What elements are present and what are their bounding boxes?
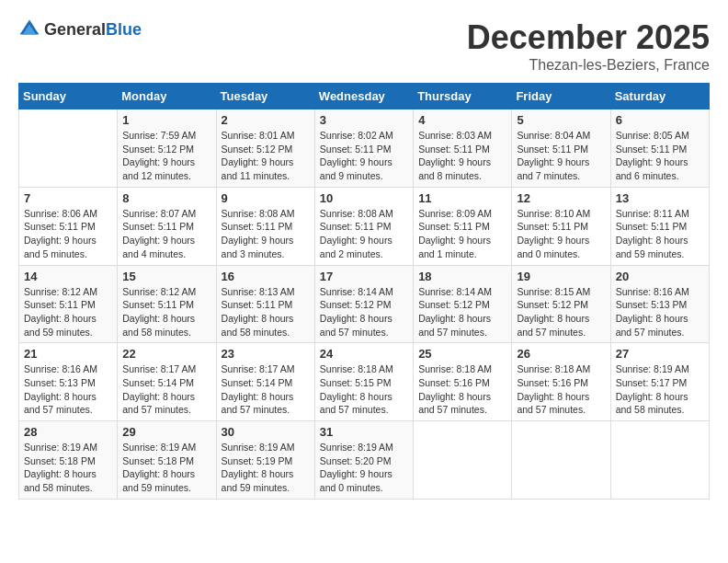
- calendar-cell: [19, 109, 118, 188]
- day-number: 3: [320, 113, 408, 127]
- logo: GeneralBlue: [18, 18, 142, 40]
- day-number: 6: [616, 113, 704, 127]
- day-number: 14: [24, 270, 112, 283]
- weekday-header-monday: Monday: [118, 84, 216, 109]
- day-info: Sunrise: 8:10 AM Sunset: 5:11 PM Dayligh…: [517, 207, 605, 261]
- day-info: Sunrise: 8:15 AM Sunset: 5:12 PM Dayligh…: [517, 285, 605, 339]
- calendar-cell: 28Sunrise: 8:19 AM Sunset: 5:18 PM Dayli…: [19, 421, 118, 500]
- calendar-cell: 23Sunrise: 8:17 AM Sunset: 5:14 PM Dayli…: [216, 343, 314, 421]
- calendar-cell: 10Sunrise: 8:08 AM Sunset: 5:11 PM Dayli…: [314, 187, 413, 265]
- logo-icon: [18, 18, 40, 40]
- calendar-cell: 18Sunrise: 8:14 AM Sunset: 5:12 PM Dayli…: [414, 265, 512, 343]
- day-number: 2: [222, 113, 310, 127]
- weekday-header-saturday: Saturday: [610, 84, 709, 109]
- day-info: Sunrise: 7:59 AM Sunset: 5:12 PM Dayligh…: [122, 129, 210, 183]
- week-row-0: 1Sunrise: 7:59 AM Sunset: 5:12 PM Daylig…: [19, 109, 710, 188]
- day-info: Sunrise: 8:19 AM Sunset: 5:18 PM Dayligh…: [122, 441, 210, 495]
- day-number: 19: [517, 270, 605, 283]
- calendar-cell: 2Sunrise: 8:01 AM Sunset: 5:12 PM Daylig…: [216, 109, 314, 188]
- title-area: December 2025 Thezan-les-Beziers, France: [467, 18, 710, 74]
- calendar-cell: 17Sunrise: 8:14 AM Sunset: 5:12 PM Dayli…: [314, 265, 413, 343]
- week-row-1: 7Sunrise: 8:06 AM Sunset: 5:11 PM Daylig…: [19, 187, 710, 265]
- calendar-cell: 14Sunrise: 8:12 AM Sunset: 5:11 PM Dayli…: [19, 265, 118, 343]
- day-number: 31: [320, 425, 408, 439]
- day-info: Sunrise: 8:07 AM Sunset: 5:11 PM Dayligh…: [122, 207, 210, 261]
- day-number: 23: [222, 347, 310, 361]
- day-info: Sunrise: 8:04 AM Sunset: 5:11 PM Dayligh…: [517, 129, 605, 183]
- calendar-cell: 4Sunrise: 8:03 AM Sunset: 5:11 PM Daylig…: [414, 109, 512, 188]
- day-info: Sunrise: 8:11 AM Sunset: 5:11 PM Dayligh…: [616, 207, 704, 261]
- day-number: 27: [616, 347, 704, 361]
- day-info: Sunrise: 8:12 AM Sunset: 5:11 PM Dayligh…: [122, 285, 210, 339]
- logo-text-blue: Blue: [106, 20, 142, 39]
- day-info: Sunrise: 8:19 AM Sunset: 5:17 PM Dayligh…: [616, 362, 704, 417]
- weekday-header-tuesday: Tuesday: [216, 84, 314, 109]
- calendar-cell: [610, 421, 709, 500]
- day-number: 12: [517, 191, 605, 205]
- weekday-header-friday: Friday: [512, 84, 610, 109]
- logo-text-general: General: [44, 20, 106, 39]
- day-info: Sunrise: 8:18 AM Sunset: 5:16 PM Dayligh…: [418, 362, 506, 417]
- day-info: Sunrise: 8:08 AM Sunset: 5:11 PM Dayligh…: [320, 207, 408, 261]
- day-number: 8: [122, 191, 210, 205]
- day-number: 20: [616, 270, 704, 283]
- calendar-table: SundayMondayTuesdayWednesdayThursdayFrid…: [18, 83, 710, 500]
- day-number: 5: [517, 113, 605, 127]
- day-number: 10: [320, 191, 408, 205]
- day-info: Sunrise: 8:05 AM Sunset: 5:11 PM Dayligh…: [616, 129, 704, 183]
- calendar-cell: 30Sunrise: 8:19 AM Sunset: 5:19 PM Dayli…: [216, 421, 314, 500]
- header: GeneralBlue December 2025 Thezan-les-Bez…: [18, 18, 710, 74]
- day-info: Sunrise: 8:19 AM Sunset: 5:19 PM Dayligh…: [222, 441, 310, 495]
- day-number: 1: [122, 113, 210, 127]
- calendar-cell: 7Sunrise: 8:06 AM Sunset: 5:11 PM Daylig…: [19, 187, 118, 265]
- day-info: Sunrise: 8:14 AM Sunset: 5:12 PM Dayligh…: [418, 285, 506, 339]
- calendar-cell: 6Sunrise: 8:05 AM Sunset: 5:11 PM Daylig…: [610, 109, 709, 188]
- day-info: Sunrise: 8:03 AM Sunset: 5:11 PM Dayligh…: [418, 129, 506, 183]
- calendar-cell: 5Sunrise: 8:04 AM Sunset: 5:11 PM Daylig…: [512, 109, 610, 188]
- calendar-cell: 31Sunrise: 8:19 AM Sunset: 5:20 PM Dayli…: [314, 421, 413, 500]
- day-number: 15: [122, 270, 210, 283]
- day-number: 17: [320, 270, 408, 283]
- weekday-header-row: SundayMondayTuesdayWednesdayThursdayFrid…: [19, 84, 710, 109]
- day-info: Sunrise: 8:16 AM Sunset: 5:13 PM Dayligh…: [616, 285, 704, 339]
- day-info: Sunrise: 8:13 AM Sunset: 5:11 PM Dayligh…: [222, 285, 310, 339]
- day-number: 11: [418, 191, 506, 205]
- weekday-header-sunday: Sunday: [19, 84, 118, 109]
- day-number: 18: [418, 270, 506, 283]
- day-number: 13: [616, 191, 704, 205]
- calendar-cell: 20Sunrise: 8:16 AM Sunset: 5:13 PM Dayli…: [610, 265, 709, 343]
- day-info: Sunrise: 8:18 AM Sunset: 5:16 PM Dayligh…: [517, 362, 605, 417]
- calendar-cell: 3Sunrise: 8:02 AM Sunset: 5:11 PM Daylig…: [314, 109, 413, 188]
- calendar-cell: 22Sunrise: 8:17 AM Sunset: 5:14 PM Dayli…: [118, 343, 216, 421]
- day-number: 22: [122, 347, 210, 361]
- day-number: 28: [24, 425, 112, 439]
- calendar-cell: 13Sunrise: 8:11 AM Sunset: 5:11 PM Dayli…: [610, 187, 709, 265]
- day-info: Sunrise: 8:09 AM Sunset: 5:11 PM Dayligh…: [418, 207, 506, 261]
- day-number: 30: [222, 425, 310, 439]
- day-info: Sunrise: 8:16 AM Sunset: 5:13 PM Dayligh…: [24, 362, 112, 417]
- calendar-cell: 8Sunrise: 8:07 AM Sunset: 5:11 PM Daylig…: [118, 187, 216, 265]
- weekday-header-wednesday: Wednesday: [314, 84, 413, 109]
- day-info: Sunrise: 8:17 AM Sunset: 5:14 PM Dayligh…: [122, 362, 210, 417]
- calendar-cell: [512, 421, 610, 500]
- calendar-cell: 9Sunrise: 8:08 AM Sunset: 5:11 PM Daylig…: [216, 187, 314, 265]
- day-number: 16: [222, 270, 310, 283]
- day-number: 24: [320, 347, 408, 361]
- weekday-header-thursday: Thursday: [414, 84, 512, 109]
- week-row-3: 21Sunrise: 8:16 AM Sunset: 5:13 PM Dayli…: [19, 343, 710, 421]
- week-row-4: 28Sunrise: 8:19 AM Sunset: 5:18 PM Dayli…: [19, 421, 710, 500]
- calendar-cell: [414, 421, 512, 500]
- calendar-cell: 1Sunrise: 7:59 AM Sunset: 5:12 PM Daylig…: [118, 109, 216, 188]
- calendar-cell: 16Sunrise: 8:13 AM Sunset: 5:11 PM Dayli…: [216, 265, 314, 343]
- day-number: 7: [24, 191, 112, 205]
- location-title: Thezan-les-Beziers, France: [467, 57, 710, 74]
- day-info: Sunrise: 8:01 AM Sunset: 5:12 PM Dayligh…: [222, 129, 310, 183]
- day-info: Sunrise: 8:19 AM Sunset: 5:20 PM Dayligh…: [320, 441, 408, 495]
- calendar-cell: 21Sunrise: 8:16 AM Sunset: 5:13 PM Dayli…: [19, 343, 118, 421]
- week-row-2: 14Sunrise: 8:12 AM Sunset: 5:11 PM Dayli…: [19, 265, 710, 343]
- day-number: 21: [24, 347, 112, 361]
- calendar-cell: 27Sunrise: 8:19 AM Sunset: 5:17 PM Dayli…: [610, 343, 709, 421]
- day-info: Sunrise: 8:18 AM Sunset: 5:15 PM Dayligh…: [320, 362, 408, 417]
- day-info: Sunrise: 8:17 AM Sunset: 5:14 PM Dayligh…: [222, 362, 310, 417]
- day-info: Sunrise: 8:08 AM Sunset: 5:11 PM Dayligh…: [222, 207, 310, 261]
